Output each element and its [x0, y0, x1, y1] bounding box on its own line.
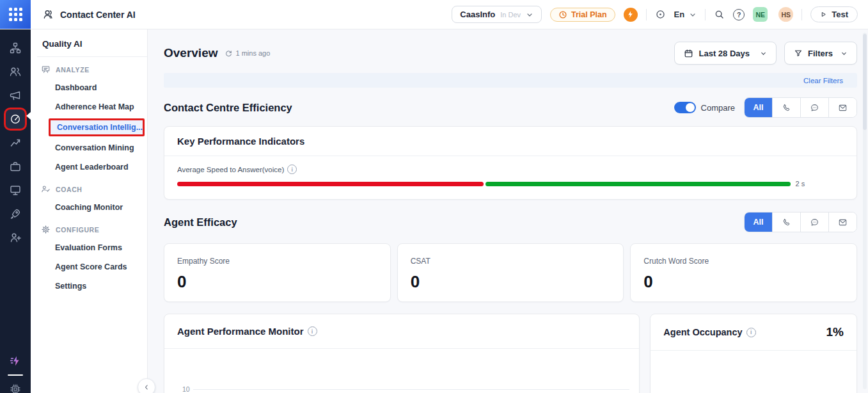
- product-title: Quality AI: [31, 29, 147, 49]
- trial-plan-badge[interactable]: Trial Plan: [550, 8, 615, 22]
- channel-tab-voice[interactable]: [772, 98, 800, 117]
- date-range-button[interactable]: Last 28 Days: [674, 42, 777, 65]
- phone-icon: [782, 103, 791, 113]
- scrollbar-thumb[interactable]: [863, 34, 867, 130]
- selected-item-arrow: [26, 112, 31, 120]
- channel-tab-chat[interactable]: [800, 213, 828, 232]
- org-name: CaasInfo: [460, 10, 495, 19]
- envelope-icon: [838, 218, 848, 227]
- rail-item-ai-assist[interactable]: [0, 353, 31, 369]
- people-check-icon: [41, 184, 51, 194]
- filters-button[interactable]: Filters: [784, 42, 857, 65]
- rail-item-users[interactable]: [0, 64, 31, 79]
- efficiency-section-title: Contact Centre Efficiency: [164, 102, 292, 114]
- rail-item-routing[interactable]: [0, 40, 31, 56]
- rail-item-system[interactable]: [0, 381, 31, 393]
- rail-item-workspace[interactable]: [0, 159, 31, 174]
- test-button[interactable]: Test: [810, 6, 858, 22]
- sidebar-item-conversation-intelligence[interactable]: Conversation Intellig...: [49, 118, 145, 136]
- rail-item-campaigns[interactable]: [0, 88, 31, 103]
- last-refreshed: 1 mins ago: [225, 49, 271, 58]
- section-configure: CONFIGURE: [31, 217, 147, 238]
- chevron-down-icon: [760, 50, 767, 57]
- rail-item-analytics[interactable]: [0, 135, 31, 150]
- channel-tab-email[interactable]: [828, 98, 856, 117]
- language-label: En: [674, 10, 685, 19]
- funnel-icon: [794, 49, 803, 58]
- sidebar-item-agent-leaderboard[interactable]: Agent Leaderboard: [31, 157, 147, 177]
- users-icon: [9, 65, 22, 78]
- briefcase-icon: [9, 160, 22, 173]
- user-plus-icon: [9, 231, 22, 244]
- top-bar: Contact Center AI CaasInfo In Dev Trial …: [0, 0, 868, 29]
- filter-strip: Clear Filters: [164, 73, 857, 88]
- avatar-hs[interactable]: HS: [778, 7, 793, 22]
- target-icon[interactable]: [655, 9, 666, 20]
- sidebar-item-coaching-monitor[interactable]: Coaching Monitor: [31, 198, 147, 217]
- gridline: [193, 389, 629, 390]
- presentation-icon: [41, 65, 51, 74]
- info-icon[interactable]: i: [287, 164, 297, 174]
- info-icon[interactable]: i: [746, 328, 756, 337]
- avatar-initials: HS: [781, 11, 791, 19]
- compare-toggle[interactable]: [674, 102, 696, 113]
- stat-value: 0: [643, 272, 844, 292]
- rail-item-invite[interactable]: [0, 230, 31, 245]
- kpi-bar-green: [485, 182, 790, 186]
- channel-tab-chat[interactable]: [800, 98, 828, 117]
- boost-button[interactable]: [624, 8, 638, 22]
- gear-icon: [41, 225, 51, 234]
- search-icon[interactable]: [714, 9, 725, 20]
- section-label: COACH: [56, 186, 83, 193]
- sidebar-item-conversation-mining[interactable]: Conversation Mining: [31, 138, 147, 157]
- lightning-icon: [626, 10, 635, 19]
- stat-value: 0: [177, 272, 377, 292]
- main-content: Overview 1 mins ago Last 28 Days: [148, 29, 868, 393]
- sidebar-item-adherence-heat-map[interactable]: Adherence Heat Map: [31, 97, 147, 116]
- icon-rail: [0, 29, 31, 393]
- y-axis-tick: 10: [182, 385, 190, 393]
- kpi-bar: 2 s: [177, 180, 844, 188]
- help-icon[interactable]: ?: [733, 9, 745, 20]
- avatar-ne[interactable]: NE: [753, 7, 768, 22]
- chevron-down-icon: [840, 50, 848, 57]
- stat-card-empathy: Empathy Score 0: [164, 243, 391, 302]
- sidebar-item-settings[interactable]: Settings: [31, 277, 147, 296]
- rail-item-desktop[interactable]: [0, 182, 31, 198]
- section-label: ANALYZE: [56, 66, 90, 74]
- clock-icon: [558, 10, 567, 19]
- rail-item-launch[interactable]: [0, 206, 31, 221]
- channel-tab-all[interactable]: All: [745, 213, 772, 232]
- app-launcher-button[interactable]: [0, 0, 31, 29]
- divider: [646, 9, 647, 20]
- chat-icon: [810, 218, 819, 227]
- channel-tab-email[interactable]: [828, 213, 856, 232]
- org-selector[interactable]: CaasInfo In Dev: [452, 6, 542, 23]
- language-selector[interactable]: En: [674, 10, 697, 19]
- grid-icon: [9, 8, 22, 21]
- sidebar: Quality AI ANALYZE Dashboard Adherence H…: [31, 29, 148, 393]
- channel-tab-voice[interactable]: [772, 213, 800, 232]
- sidebar-item-dashboard[interactable]: Dashboard: [31, 78, 147, 97]
- channel-tab-all[interactable]: All: [745, 98, 772, 117]
- sidebar-item-evaluation-forms[interactable]: Evaluation Forms: [31, 238, 147, 257]
- agent-occupancy-card: Agent Occupancy i 1%: [650, 314, 857, 393]
- sidebar-item-agent-score-cards[interactable]: Agent Score Cards: [31, 257, 147, 277]
- filters-label: Filters: [808, 49, 833, 58]
- section-analyze: ANALYZE: [31, 57, 147, 78]
- info-icon[interactable]: i: [308, 326, 317, 336]
- chevron-down-icon: [526, 11, 533, 19]
- gauge-icon-selected: [6, 109, 25, 129]
- rocket-icon: [9, 207, 22, 220]
- calendar-icon: [684, 49, 693, 58]
- kpi-card: Key Performance Indicators Average Speed…: [164, 126, 857, 200]
- refresh-icon[interactable]: [225, 49, 233, 58]
- occupancy-card-title: Agent Occupancy: [663, 327, 742, 337]
- efficiency-channel-tabs: All: [744, 97, 857, 118]
- stat-value: 0: [411, 272, 611, 292]
- kpi-metric-label: Average Speed to Answer(voice): [177, 166, 284, 173]
- efficacy-channel-tabs: All: [744, 212, 857, 232]
- sidebar-collapse-button[interactable]: [138, 378, 155, 393]
- clear-filters-link[interactable]: Clear Filters: [803, 77, 843, 84]
- test-button-label: Test: [832, 10, 848, 19]
